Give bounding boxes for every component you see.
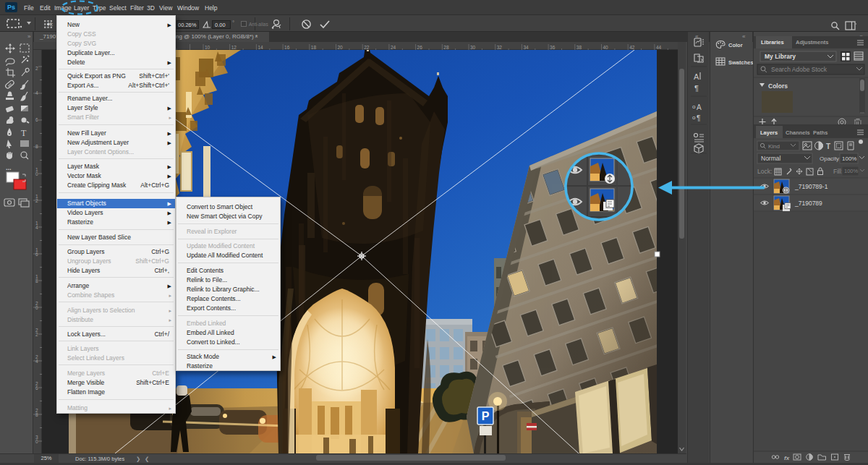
svg-text:38: 38 <box>576 45 582 50</box>
svg-text:Color: Color <box>728 42 743 48</box>
svg-text:20: 20 <box>35 301 38 310</box>
svg-text:A: A <box>694 72 699 81</box>
svg-text:6: 6 <box>35 117 38 122</box>
svg-text:T: T <box>21 128 27 138</box>
svg-text:28: 28 <box>443 45 449 50</box>
svg-text:Colors: Colors <box>768 82 788 90</box>
svg-text:Paths: Paths <box>813 129 827 136</box>
svg-text:¶: ¶ <box>694 84 699 93</box>
svg-text:18: 18 <box>311 45 317 50</box>
svg-text:18: 18 <box>35 274 38 283</box>
svg-text:Normal: Normal <box>761 155 781 162</box>
svg-text:12: 12 <box>231 45 237 50</box>
svg-text:o: o <box>692 103 696 110</box>
svg-text:Layers: Layers <box>760 129 778 136</box>
svg-text:30: 30 <box>470 45 476 50</box>
svg-text:Opacity:: Opacity: <box>820 155 841 162</box>
svg-text:100%: 100% <box>844 168 859 174</box>
svg-text:_7190789-1: _7190789-1 <box>794 183 828 190</box>
svg-text:4: 4 <box>35 90 38 95</box>
svg-text:¶: ¶ <box>697 114 700 122</box>
svg-text:100%: 100% <box>842 155 856 162</box>
svg-text:24: 24 <box>35 354 38 364</box>
svg-text:Libraries: Libraries <box>761 39 784 46</box>
svg-text:20: 20 <box>338 45 344 50</box>
svg-text:»: » <box>27 33 31 40</box>
svg-text:fx: fx <box>784 455 790 461</box>
svg-text:26: 26 <box>417 45 423 50</box>
svg-text:«: « <box>742 33 746 40</box>
svg-text:Lock:: Lock: <box>757 168 772 175</box>
svg-text:36: 36 <box>550 45 556 50</box>
svg-text:42: 42 <box>629 45 635 50</box>
svg-text:22: 22 <box>35 328 38 337</box>
svg-text:P: P <box>482 410 490 422</box>
svg-text:10: 10 <box>35 167 38 176</box>
svg-text:40: 40 <box>603 45 609 50</box>
svg-text:14: 14 <box>35 221 38 230</box>
svg-text:«: « <box>695 33 699 40</box>
svg-text:Kind: Kind <box>768 143 780 150</box>
svg-text:10: 10 <box>205 45 210 50</box>
svg-text:12: 12 <box>35 194 38 203</box>
svg-text:24: 24 <box>391 45 396 50</box>
svg-text:16: 16 <box>284 45 290 50</box>
svg-text:Swatches: Swatches <box>728 59 753 66</box>
svg-text:30: 30 <box>35 435 38 444</box>
svg-text:My Library: My Library <box>765 53 796 60</box>
svg-text:34: 34 <box>523 45 529 50</box>
svg-text:Fill:: Fill: <box>833 168 843 175</box>
svg-text:14: 14 <box>258 45 263 50</box>
svg-text:22: 22 <box>364 45 370 50</box>
svg-text:28: 28 <box>35 408 38 417</box>
svg-text:A: A <box>697 103 702 111</box>
svg-text:44: 44 <box>656 45 662 50</box>
svg-text:o: o <box>692 114 696 121</box>
svg-text:Channels: Channels <box>786 129 810 136</box>
svg-text:16: 16 <box>35 247 38 257</box>
svg-text:_7190789: _7190789 <box>794 200 822 207</box>
svg-text:Search Adobe Stock: Search Adobe Stock <box>771 66 827 73</box>
svg-text:2: 2 <box>35 66 38 71</box>
svg-text:T: T <box>826 142 830 150</box>
svg-text:26: 26 <box>35 381 38 391</box>
svg-text:32: 32 <box>497 45 503 50</box>
svg-text:8: 8 <box>35 144 38 149</box>
svg-text:...: ... <box>6 164 12 171</box>
svg-text:Adjustments: Adjustments <box>796 39 828 46</box>
